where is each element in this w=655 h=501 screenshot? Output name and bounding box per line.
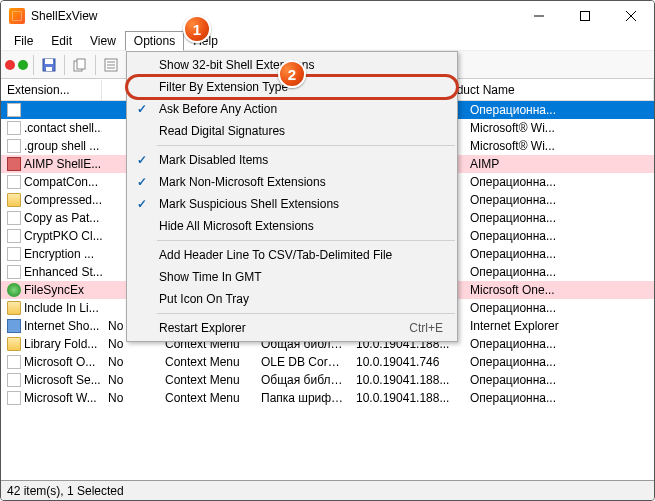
cell-product: Операционна...	[464, 391, 654, 405]
cell-type: Context Menu	[159, 373, 255, 387]
page-icon	[7, 139, 21, 153]
toolbar-separator	[95, 55, 96, 75]
folder-icon	[7, 193, 21, 207]
menu-mark-disabled[interactable]: ✓Mark Disabled Items	[127, 149, 457, 171]
table-row[interactable]: Microsoft O...NoContext MenuOLE DB Core …	[1, 353, 654, 371]
callout-badge-2: 2	[278, 60, 306, 88]
menu-options[interactable]: Options	[125, 31, 184, 51]
cell-product: Операционна...	[464, 175, 654, 189]
folder-icon	[7, 337, 21, 351]
maximize-button[interactable]	[562, 1, 608, 31]
cell-disabled: No	[102, 373, 159, 387]
cell-extension: AIMP ShellE...	[24, 157, 101, 171]
menu-view[interactable]: View	[81, 31, 125, 51]
page-icon	[7, 229, 21, 243]
svg-rect-2	[45, 59, 53, 64]
check-icon: ✓	[135, 175, 149, 189]
menu-show-gmt[interactable]: Show Time In GMT	[127, 266, 457, 288]
cell-product: Операционна...	[464, 247, 654, 261]
page-icon	[7, 175, 21, 189]
menu-add-header-csv[interactable]: Add Header Line To CSV/Tab-Delimited Fil…	[127, 244, 457, 266]
cell-extension: CompatCon...	[24, 175, 98, 189]
window-controls	[516, 1, 654, 31]
cell-product: Операционна...	[464, 229, 654, 243]
status-text: 42 item(s), 1 Selected	[7, 484, 124, 498]
cell-product: Операционна...	[464, 355, 654, 369]
cell-product: Операционна...	[464, 193, 654, 207]
menu-ask-before[interactable]: ✓Ask Before Any Action	[127, 98, 457, 120]
menu-separator	[157, 145, 455, 146]
page-icon	[7, 373, 21, 387]
table-row[interactable]: Microsoft Se...NoContext MenuОбщая библи…	[1, 371, 654, 389]
cell-extension: Library Fold...	[24, 337, 97, 351]
column-extension[interactable]: Extension...	[1, 80, 102, 100]
cell-extension: FileSyncEx	[24, 283, 84, 297]
menu-bar: File Edit View Options Help	[1, 31, 654, 51]
title-bar: ShellExView	[1, 1, 654, 31]
menu-restart-explorer[interactable]: Restart ExplorerCtrl+E	[127, 317, 457, 339]
cell-product: Internet Explorer	[464, 319, 654, 333]
cell-extension: Microsoft Se...	[24, 373, 101, 387]
cell-product: Microsoft® Wi...	[464, 121, 654, 135]
cell-version: 10.0.19041.188...	[350, 373, 464, 387]
menu-read-signatures[interactable]: Read Digital Signatures	[127, 120, 457, 142]
properties-icon[interactable]	[101, 55, 121, 75]
check-icon: ✓	[135, 153, 149, 167]
disable-icon[interactable]	[5, 60, 15, 70]
cell-extension: Copy as Pat...	[24, 211, 99, 225]
close-button[interactable]	[608, 1, 654, 31]
cell-product: Microsoft One...	[464, 283, 654, 297]
folder-icon	[7, 301, 21, 315]
check-icon: ✓	[135, 197, 149, 211]
window-title: ShellExView	[31, 9, 97, 23]
enable-icon[interactable]	[18, 60, 28, 70]
cell-product: Операционна...	[464, 265, 654, 279]
check-icon: ✓	[135, 102, 149, 116]
minimize-button[interactable]	[516, 1, 562, 31]
cell-product: AIMP	[464, 157, 654, 171]
status-bar: 42 item(s), 1 Selected	[1, 480, 654, 500]
cell-product: Операционна...	[464, 337, 654, 351]
red-icon	[7, 157, 21, 171]
cell-type: Context Menu	[159, 355, 255, 369]
menu-hide-ms[interactable]: Hide All Microsoft Extensions	[127, 215, 457, 237]
cell-version: 10.0.19041.188...	[350, 391, 464, 405]
cell-extension: Include In Li...	[24, 301, 99, 315]
cell-product: Операционна...	[464, 103, 654, 117]
copy-icon[interactable]	[70, 55, 90, 75]
menu-separator	[157, 313, 455, 314]
cell-extension: .contact shell...	[24, 121, 102, 135]
page-icon	[7, 265, 21, 279]
menu-separator	[157, 240, 455, 241]
cell-extension: Encryption ...	[24, 247, 94, 261]
page-icon	[7, 355, 21, 369]
cell-description: Папка шрифт...	[255, 391, 350, 405]
cell-product: Операционна...	[464, 301, 654, 315]
table-row[interactable]: Microsoft W...NoContext MenuПапка шрифт.…	[1, 389, 654, 407]
svg-rect-5	[77, 59, 85, 69]
cell-extension: .group shell ...	[24, 139, 99, 153]
page-icon	[7, 247, 21, 261]
svg-rect-0	[581, 12, 590, 21]
page-icon	[7, 391, 21, 405]
accelerator-label: Ctrl+E	[409, 321, 443, 335]
menu-tray-icon[interactable]: Put Icon On Tray	[127, 288, 457, 310]
options-dropdown: Show 32-bit Shell Extensions Filter By E…	[126, 51, 458, 342]
cell-version: 10.0.19041.746	[350, 355, 464, 369]
menu-file[interactable]: File	[5, 31, 42, 51]
menu-mark-suspicious[interactable]: ✓Mark Suspicious Shell Extensions	[127, 193, 457, 215]
cell-extension: Internet Sho...	[24, 319, 99, 333]
menu-edit[interactable]: Edit	[42, 31, 81, 51]
menu-mark-nonms[interactable]: ✓Mark Non-Microsoft Extensions	[127, 171, 457, 193]
cell-disabled: No	[102, 391, 159, 405]
page-icon	[7, 103, 21, 117]
cell-product: Операционна...	[464, 373, 654, 387]
blue-icon	[7, 319, 21, 333]
page-icon	[7, 121, 21, 135]
cell-disabled: No	[102, 355, 159, 369]
cell-extension: Compressed...	[24, 193, 102, 207]
cell-extension: Microsoft O...	[24, 355, 95, 369]
app-icon	[9, 8, 25, 24]
save-icon[interactable]	[39, 55, 59, 75]
cell-description: OLE DB Core S...	[255, 355, 350, 369]
